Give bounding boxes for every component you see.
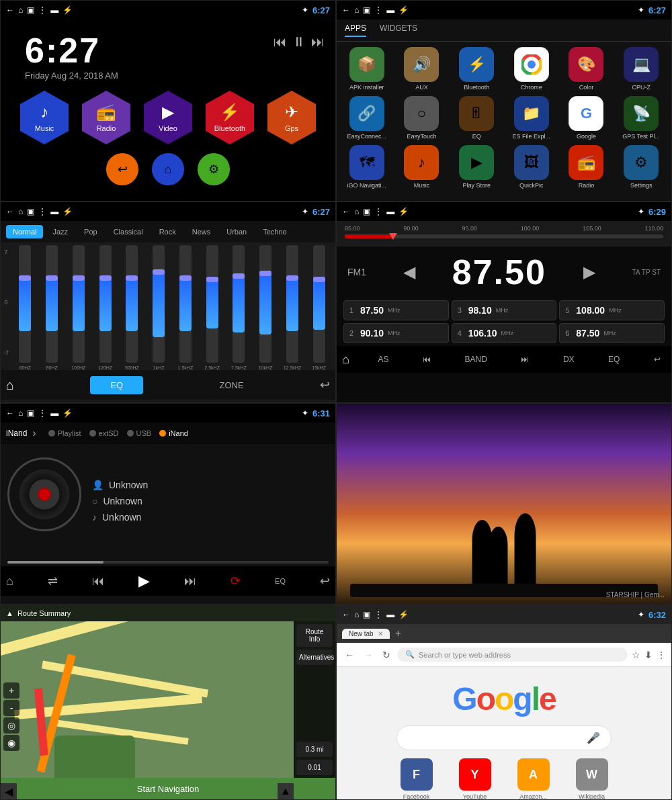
app-esfile[interactable]: 📁 ES File Expl... [507, 96, 556, 140]
radio-band-btn[interactable]: BAND [459, 352, 492, 367]
media-home-btn[interactable]: ⌂ [6, 574, 13, 588]
back-icon-p4[interactable]: ← [342, 207, 350, 216]
eq-band-100hz[interactable]: 100HZ [67, 245, 91, 370]
app-easytouch[interactable]: ○ EasyTouch [397, 96, 447, 140]
source-extsd[interactable]: extSD [89, 429, 119, 437]
menu-icon-p1[interactable]: ⋮ [38, 5, 46, 15]
radio-eq-btn[interactable]: EQ [603, 352, 625, 367]
media-next-btn[interactable]: ⏭ [184, 574, 196, 588]
address-bar[interactable]: 🔍 Search or type web address [397, 648, 628, 662]
mic-icon[interactable]: 🎤 [587, 731, 600, 744]
menu-icon-p5[interactable]: ⋮ [38, 408, 46, 418]
apps-tab[interactable]: APPS [345, 24, 366, 37]
media-repeat-btn[interactable]: ⟳ [230, 574, 241, 588]
eq-band-75khz[interactable]: 7.5kHZ [226, 245, 251, 370]
video-shortcut[interactable]: ▶ Video [141, 91, 195, 144]
eq-band-120hz[interactable]: 120HZ [93, 245, 118, 370]
preset-4[interactable]: 4 106.10 MHz [452, 323, 557, 343]
menu-icon-p8[interactable]: ⋮ [374, 610, 382, 619]
source-chevron-icon[interactable]: › [32, 427, 36, 439]
menu-icon-p2[interactable]: ⋮ [374, 5, 382, 15]
chrome-star-btn[interactable]: ☆ [632, 650, 640, 660]
window-icon-p2[interactable]: ▣ [363, 5, 370, 15]
home-icon-p1[interactable]: ⌂ [18, 5, 23, 15]
freq-down-btn[interactable]: ◀ [403, 263, 415, 281]
chrome-menu-btn[interactable]: ⋮ [657, 650, 666, 660]
home-icon-p8[interactable]: ⌂ [354, 610, 359, 619]
app-playstore[interactable]: ▶ Play Store [452, 145, 501, 189]
app-cpuz[interactable]: 💻 CPU-Z [616, 47, 666, 91]
app-color[interactable]: 🎨 Color [562, 47, 612, 91]
radio-prev-btn[interactable]: ⏮ [417, 352, 436, 367]
app-settings[interactable]: ⚙ Settings [616, 145, 666, 189]
home-icon-p2[interactable]: ⌂ [354, 5, 359, 15]
chrome-tab-newtab[interactable]: New tab ✕ [342, 629, 390, 639]
app-gpstest[interactable]: 📡 GPS Test Pl... [616, 96, 666, 140]
app-apk-installer[interactable]: 📦 APK installer [342, 47, 392, 91]
chrome-download-btn[interactable]: ⬇ [644, 650, 653, 660]
app-igo[interactable]: 🗺 iGO Navigati... [342, 145, 392, 189]
media-eq-btn[interactable]: EQ [275, 577, 286, 585]
home-icon-p3[interactable]: ⌂ [18, 207, 23, 216]
source-playlist[interactable]: Playlist [48, 429, 81, 437]
back-circle-btn[interactable]: ↩ [106, 153, 138, 185]
locate-btn[interactable]: ◉ [3, 735, 19, 751]
source-usb[interactable]: USB [127, 429, 152, 437]
eq-home-btn[interactable]: ⌂ [6, 377, 14, 393]
app-quickpic[interactable]: 🖼 QuickPic [507, 145, 556, 189]
shortcut-facebook[interactable]: F Facebook [390, 758, 443, 800]
radio-home-btn[interactable]: ⌂ [342, 353, 349, 367]
window-icon-p3[interactable]: ▣ [27, 207, 34, 216]
tab-close-btn[interactable]: ✕ [378, 630, 383, 637]
tab-techno[interactable]: Techno [256, 225, 293, 238]
radio-as-btn[interactable]: AS [372, 352, 394, 367]
pause-btn[interactable]: ⏸ [292, 34, 306, 50]
eq-band-80hz[interactable]: 80HZ [40, 245, 65, 370]
tab-normal[interactable]: Normal [6, 225, 43, 238]
tab-pop[interactable]: Pop [77, 225, 104, 238]
map-area[interactable]: + - ◎ ◉ [1, 621, 294, 778]
bluetooth-shortcut[interactable]: ⚡ Bluetooth [203, 91, 257, 144]
progress-bar[interactable] [7, 561, 329, 564]
zoom-in-btn[interactable]: + [3, 682, 19, 699]
media-play-btn[interactable]: ▶ [138, 572, 150, 590]
chrome-forward-btn[interactable]: → [361, 648, 376, 662]
app-easyconnect[interactable]: 🔗 EasyConnec... [342, 96, 392, 140]
eq-band-25khz[interactable]: 2.5kHZ [200, 245, 224, 370]
back-icon-p3[interactable]: ← [6, 207, 14, 216]
chrome-back-btn[interactable]: ← [342, 648, 357, 662]
tab-classical[interactable]: Classical [107, 225, 150, 238]
radio-next-btn[interactable]: ⏭ [515, 352, 534, 367]
eq-band-10khz[interactable]: 10kHZ [253, 245, 278, 370]
zoom-out-btn[interactable]: - [3, 700, 19, 716]
freq-up-btn[interactable]: ▶ [583, 263, 595, 281]
home-circle-btn[interactable]: ⌂ [152, 153, 184, 185]
eq-band-15khz[interactable]: 1.5kHZ [173, 245, 198, 370]
route-info-btn[interactable]: Route Info [296, 624, 333, 647]
radio-shortcut[interactable]: 📻 Radio [79, 91, 133, 144]
eq-back-btn[interactable]: ↩ [320, 377, 330, 392]
eq-label-btn[interactable]: EQ [90, 376, 143, 394]
tab-rock[interactable]: Rock [153, 225, 183, 238]
preset-3[interactable]: 3 98.10 MHz [452, 300, 557, 320]
radio-dx-btn[interactable]: DX [558, 352, 580, 367]
app-music[interactable]: ♪ Music [397, 145, 447, 189]
back-icon-p8[interactable]: ← [342, 610, 350, 619]
back-icon-p1[interactable]: ← [6, 5, 14, 15]
compass-btn[interactable]: ◎ [3, 717, 19, 734]
app-eq[interactable]: 🎚 EQ [452, 96, 501, 140]
tab-news[interactable]: News [185, 225, 218, 238]
preset-6[interactable]: 6 87.50 MHz [559, 323, 665, 343]
menu-icon-p4[interactable]: ⋮ [374, 207, 382, 216]
tab-jazz[interactable]: Jazz [46, 225, 75, 238]
settings-circle-btn[interactable]: ⚙ [198, 153, 230, 185]
app-radio[interactable]: 📻 Radio [562, 145, 612, 189]
music-shortcut[interactable]: ♪ Music [17, 91, 71, 144]
app-google[interactable]: G Google [562, 96, 612, 140]
eq-band-1khz[interactable]: 1kHZ [146, 245, 171, 370]
app-bluetooth[interactable]: ⚡ Bluetooth [452, 47, 501, 91]
new-tab-btn[interactable]: + [395, 627, 401, 639]
shortcut-youtube[interactable]: Y YouTube [448, 758, 501, 800]
app-chrome[interactable]: Chrome [507, 47, 556, 91]
eq-band-15khz2[interactable]: 15kHZ [306, 245, 331, 370]
